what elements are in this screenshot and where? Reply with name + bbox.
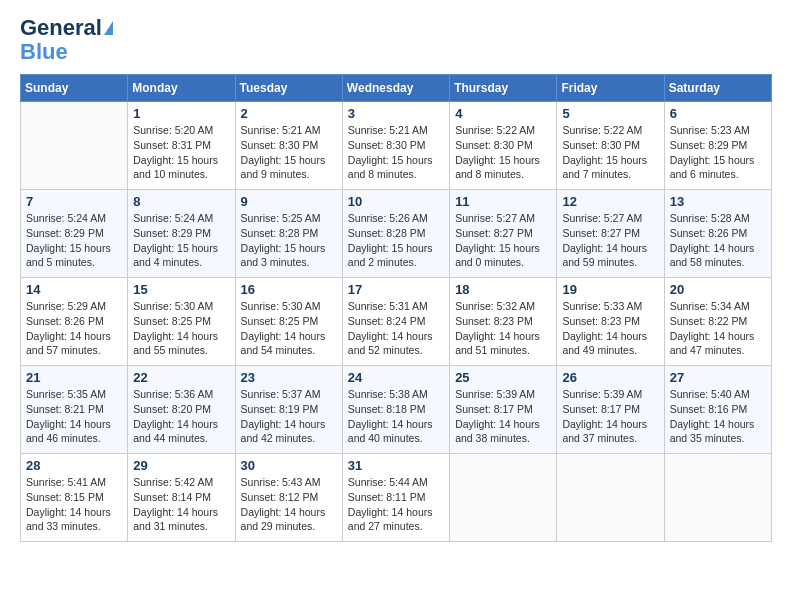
day-number: 22 bbox=[133, 370, 229, 385]
calendar-cell: 21Sunrise: 5:35 AM Sunset: 8:21 PM Dayli… bbox=[21, 366, 128, 454]
calendar-cell: 16Sunrise: 5:30 AM Sunset: 8:25 PM Dayli… bbox=[235, 278, 342, 366]
day-number: 13 bbox=[670, 194, 766, 209]
calendar-cell: 18Sunrise: 5:32 AM Sunset: 8:23 PM Dayli… bbox=[450, 278, 557, 366]
day-number: 3 bbox=[348, 106, 444, 121]
calendar-cell: 26Sunrise: 5:39 AM Sunset: 8:17 PM Dayli… bbox=[557, 366, 664, 454]
cell-info: Sunrise: 5:35 AM Sunset: 8:21 PM Dayligh… bbox=[26, 387, 122, 446]
calendar-cell: 2Sunrise: 5:21 AM Sunset: 8:30 PM Daylig… bbox=[235, 102, 342, 190]
day-number: 12 bbox=[562, 194, 658, 209]
cell-info: Sunrise: 5:40 AM Sunset: 8:16 PM Dayligh… bbox=[670, 387, 766, 446]
cell-info: Sunrise: 5:27 AM Sunset: 8:27 PM Dayligh… bbox=[562, 211, 658, 270]
day-number: 21 bbox=[26, 370, 122, 385]
calendar-table: SundayMondayTuesdayWednesdayThursdayFrid… bbox=[20, 74, 772, 542]
calendar-cell: 4Sunrise: 5:22 AM Sunset: 8:30 PM Daylig… bbox=[450, 102, 557, 190]
week-row-5: 28Sunrise: 5:41 AM Sunset: 8:15 PM Dayli… bbox=[21, 454, 772, 542]
calendar-cell: 7Sunrise: 5:24 AM Sunset: 8:29 PM Daylig… bbox=[21, 190, 128, 278]
calendar-cell: 1Sunrise: 5:20 AM Sunset: 8:31 PM Daylig… bbox=[128, 102, 235, 190]
calendar-cell: 25Sunrise: 5:39 AM Sunset: 8:17 PM Dayli… bbox=[450, 366, 557, 454]
week-row-4: 21Sunrise: 5:35 AM Sunset: 8:21 PM Dayli… bbox=[21, 366, 772, 454]
day-number: 26 bbox=[562, 370, 658, 385]
cell-info: Sunrise: 5:30 AM Sunset: 8:25 PM Dayligh… bbox=[241, 299, 337, 358]
cell-info: Sunrise: 5:37 AM Sunset: 8:19 PM Dayligh… bbox=[241, 387, 337, 446]
calendar-cell: 15Sunrise: 5:30 AM Sunset: 8:25 PM Dayli… bbox=[128, 278, 235, 366]
cell-info: Sunrise: 5:22 AM Sunset: 8:30 PM Dayligh… bbox=[455, 123, 551, 182]
calendar-cell: 13Sunrise: 5:28 AM Sunset: 8:26 PM Dayli… bbox=[664, 190, 771, 278]
day-number: 23 bbox=[241, 370, 337, 385]
weekday-header-sunday: Sunday bbox=[21, 75, 128, 102]
day-number: 20 bbox=[670, 282, 766, 297]
cell-info: Sunrise: 5:38 AM Sunset: 8:18 PM Dayligh… bbox=[348, 387, 444, 446]
day-number: 30 bbox=[241, 458, 337, 473]
day-number: 25 bbox=[455, 370, 551, 385]
calendar-cell: 8Sunrise: 5:24 AM Sunset: 8:29 PM Daylig… bbox=[128, 190, 235, 278]
calendar-cell: 10Sunrise: 5:26 AM Sunset: 8:28 PM Dayli… bbox=[342, 190, 449, 278]
calendar-cell: 24Sunrise: 5:38 AM Sunset: 8:18 PM Dayli… bbox=[342, 366, 449, 454]
cell-info: Sunrise: 5:25 AM Sunset: 8:28 PM Dayligh… bbox=[241, 211, 337, 270]
logo-triangle-icon bbox=[104, 21, 113, 35]
day-number: 9 bbox=[241, 194, 337, 209]
day-number: 29 bbox=[133, 458, 229, 473]
cell-info: Sunrise: 5:43 AM Sunset: 8:12 PM Dayligh… bbox=[241, 475, 337, 534]
calendar-cell: 23Sunrise: 5:37 AM Sunset: 8:19 PM Dayli… bbox=[235, 366, 342, 454]
cell-info: Sunrise: 5:22 AM Sunset: 8:30 PM Dayligh… bbox=[562, 123, 658, 182]
day-number: 6 bbox=[670, 106, 766, 121]
week-row-3: 14Sunrise: 5:29 AM Sunset: 8:26 PM Dayli… bbox=[21, 278, 772, 366]
calendar-cell: 22Sunrise: 5:36 AM Sunset: 8:20 PM Dayli… bbox=[128, 366, 235, 454]
calendar-cell: 9Sunrise: 5:25 AM Sunset: 8:28 PM Daylig… bbox=[235, 190, 342, 278]
cell-info: Sunrise: 5:34 AM Sunset: 8:22 PM Dayligh… bbox=[670, 299, 766, 358]
cell-info: Sunrise: 5:24 AM Sunset: 8:29 PM Dayligh… bbox=[133, 211, 229, 270]
cell-info: Sunrise: 5:23 AM Sunset: 8:29 PM Dayligh… bbox=[670, 123, 766, 182]
calendar-cell: 31Sunrise: 5:44 AM Sunset: 8:11 PM Dayli… bbox=[342, 454, 449, 542]
weekday-header-thursday: Thursday bbox=[450, 75, 557, 102]
day-number: 10 bbox=[348, 194, 444, 209]
week-row-1: 1Sunrise: 5:20 AM Sunset: 8:31 PM Daylig… bbox=[21, 102, 772, 190]
weekday-header-friday: Friday bbox=[557, 75, 664, 102]
day-number: 11 bbox=[455, 194, 551, 209]
calendar-cell bbox=[557, 454, 664, 542]
calendar-cell: 5Sunrise: 5:22 AM Sunset: 8:30 PM Daylig… bbox=[557, 102, 664, 190]
weekday-header-row: SundayMondayTuesdayWednesdayThursdayFrid… bbox=[21, 75, 772, 102]
calendar-cell: 6Sunrise: 5:23 AM Sunset: 8:29 PM Daylig… bbox=[664, 102, 771, 190]
day-number: 28 bbox=[26, 458, 122, 473]
calendar-cell: 28Sunrise: 5:41 AM Sunset: 8:15 PM Dayli… bbox=[21, 454, 128, 542]
calendar-cell: 11Sunrise: 5:27 AM Sunset: 8:27 PM Dayli… bbox=[450, 190, 557, 278]
day-number: 31 bbox=[348, 458, 444, 473]
cell-info: Sunrise: 5:41 AM Sunset: 8:15 PM Dayligh… bbox=[26, 475, 122, 534]
cell-info: Sunrise: 5:26 AM Sunset: 8:28 PM Dayligh… bbox=[348, 211, 444, 270]
calendar-cell: 27Sunrise: 5:40 AM Sunset: 8:16 PM Dayli… bbox=[664, 366, 771, 454]
calendar-cell bbox=[664, 454, 771, 542]
cell-info: Sunrise: 5:24 AM Sunset: 8:29 PM Dayligh… bbox=[26, 211, 122, 270]
day-number: 27 bbox=[670, 370, 766, 385]
calendar-cell: 19Sunrise: 5:33 AM Sunset: 8:23 PM Dayli… bbox=[557, 278, 664, 366]
calendar-cell: 30Sunrise: 5:43 AM Sunset: 8:12 PM Dayli… bbox=[235, 454, 342, 542]
day-number: 16 bbox=[241, 282, 337, 297]
day-number: 24 bbox=[348, 370, 444, 385]
cell-info: Sunrise: 5:29 AM Sunset: 8:26 PM Dayligh… bbox=[26, 299, 122, 358]
weekday-header-saturday: Saturday bbox=[664, 75, 771, 102]
cell-info: Sunrise: 5:30 AM Sunset: 8:25 PM Dayligh… bbox=[133, 299, 229, 358]
cell-info: Sunrise: 5:20 AM Sunset: 8:31 PM Dayligh… bbox=[133, 123, 229, 182]
day-number: 18 bbox=[455, 282, 551, 297]
day-number: 8 bbox=[133, 194, 229, 209]
day-number: 7 bbox=[26, 194, 122, 209]
calendar-cell: 12Sunrise: 5:27 AM Sunset: 8:27 PM Dayli… bbox=[557, 190, 664, 278]
cell-info: Sunrise: 5:21 AM Sunset: 8:30 PM Dayligh… bbox=[241, 123, 337, 182]
weekday-header-tuesday: Tuesday bbox=[235, 75, 342, 102]
day-number: 4 bbox=[455, 106, 551, 121]
cell-info: Sunrise: 5:21 AM Sunset: 8:30 PM Dayligh… bbox=[348, 123, 444, 182]
calendar-cell: 14Sunrise: 5:29 AM Sunset: 8:26 PM Dayli… bbox=[21, 278, 128, 366]
week-row-2: 7Sunrise: 5:24 AM Sunset: 8:29 PM Daylig… bbox=[21, 190, 772, 278]
cell-info: Sunrise: 5:27 AM Sunset: 8:27 PM Dayligh… bbox=[455, 211, 551, 270]
cell-info: Sunrise: 5:39 AM Sunset: 8:17 PM Dayligh… bbox=[562, 387, 658, 446]
day-number: 19 bbox=[562, 282, 658, 297]
logo: General Blue bbox=[20, 16, 113, 64]
calendar-cell bbox=[21, 102, 128, 190]
cell-info: Sunrise: 5:42 AM Sunset: 8:14 PM Dayligh… bbox=[133, 475, 229, 534]
logo-text-general: General bbox=[20, 16, 102, 40]
calendar-cell bbox=[450, 454, 557, 542]
cell-info: Sunrise: 5:28 AM Sunset: 8:26 PM Dayligh… bbox=[670, 211, 766, 270]
calendar-cell: 3Sunrise: 5:21 AM Sunset: 8:30 PM Daylig… bbox=[342, 102, 449, 190]
weekday-header-wednesday: Wednesday bbox=[342, 75, 449, 102]
cell-info: Sunrise: 5:44 AM Sunset: 8:11 PM Dayligh… bbox=[348, 475, 444, 534]
cell-info: Sunrise: 5:36 AM Sunset: 8:20 PM Dayligh… bbox=[133, 387, 229, 446]
